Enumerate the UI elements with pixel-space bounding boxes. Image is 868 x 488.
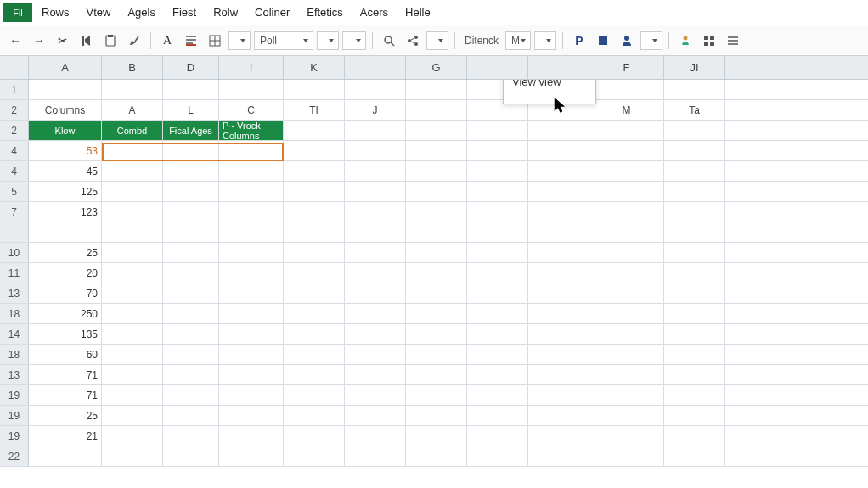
cell[interactable] bbox=[406, 161, 467, 181]
cell[interactable] bbox=[163, 182, 219, 201]
back-icon[interactable]: ← bbox=[5, 31, 25, 51]
cell[interactable] bbox=[284, 161, 345, 181]
cell[interactable] bbox=[589, 304, 664, 323]
select-all-corner[interactable] bbox=[0, 56, 29, 79]
cell[interactable] bbox=[528, 385, 589, 405]
column-header[interactable]: K bbox=[284, 56, 345, 79]
app-button[interactable]: Fil bbox=[3, 3, 32, 22]
row-header[interactable]: 19 bbox=[0, 385, 29, 405]
cell[interactable] bbox=[163, 263, 219, 283]
row-header[interactable]: 18 bbox=[0, 304, 29, 323]
cell[interactable] bbox=[406, 365, 467, 384]
cell[interactable] bbox=[664, 385, 725, 405]
zoom-icon[interactable] bbox=[379, 31, 399, 51]
row-header[interactable]: 11 bbox=[0, 263, 29, 283]
cell[interactable] bbox=[284, 406, 345, 425]
cell[interactable] bbox=[664, 202, 725, 222]
cell[interactable] bbox=[467, 385, 528, 405]
cell[interactable] bbox=[467, 182, 528, 201]
menu-eftetics[interactable]: Eftetics bbox=[299, 3, 351, 21]
cell[interactable]: 71 bbox=[29, 365, 102, 384]
cell[interactable] bbox=[664, 222, 725, 242]
cell[interactable] bbox=[589, 141, 664, 160]
cell[interactable] bbox=[467, 365, 528, 384]
cell[interactable] bbox=[467, 80, 528, 99]
menu-fiest[interactable]: Fiest bbox=[165, 3, 204, 21]
dropdown-2[interactable] bbox=[317, 31, 339, 50]
cell[interactable] bbox=[345, 406, 406, 425]
column-header[interactable]: F bbox=[589, 56, 664, 79]
list-icon[interactable] bbox=[723, 31, 743, 51]
row-header[interactable]: 4 bbox=[0, 161, 29, 181]
cell[interactable] bbox=[664, 345, 725, 364]
cell[interactable] bbox=[163, 161, 219, 181]
cell[interactable] bbox=[102, 283, 163, 303]
cell[interactable] bbox=[664, 365, 725, 384]
cell[interactable] bbox=[528, 121, 589, 140]
cell[interactable] bbox=[467, 100, 528, 120]
cell[interactable] bbox=[406, 202, 467, 222]
cell[interactable]: 70 bbox=[29, 283, 102, 303]
cell[interactable]: 25 bbox=[29, 243, 102, 262]
cell[interactable]: P·- Vrock Columns bbox=[219, 121, 284, 140]
cell[interactable] bbox=[467, 304, 528, 323]
column-header[interactable]: A bbox=[29, 56, 102, 79]
font-letter-icon[interactable]: A bbox=[157, 31, 178, 51]
bold-p-icon[interactable]: P bbox=[569, 31, 589, 51]
cell[interactable] bbox=[284, 121, 345, 140]
row-header[interactable]: 7 bbox=[0, 202, 29, 222]
cell[interactable] bbox=[467, 426, 528, 446]
cell[interactable] bbox=[345, 426, 406, 446]
cell[interactable] bbox=[102, 426, 163, 446]
dropdown-3[interactable] bbox=[342, 31, 366, 50]
paintbrush-icon[interactable] bbox=[124, 31, 144, 51]
scissors-icon[interactable]: ✂ bbox=[53, 31, 73, 51]
cell[interactable] bbox=[664, 406, 725, 425]
row-header[interactable] bbox=[0, 222, 29, 242]
cell[interactable] bbox=[345, 202, 406, 222]
cell[interactable] bbox=[163, 304, 219, 323]
cell[interactable] bbox=[589, 202, 664, 222]
cell[interactable]: 45 bbox=[29, 161, 102, 181]
block-icon[interactable] bbox=[593, 31, 613, 51]
tool-icon-1[interactable] bbox=[76, 31, 97, 51]
cell[interactable] bbox=[528, 263, 589, 283]
ditenck-combo[interactable]: M bbox=[505, 31, 531, 50]
cell[interactable] bbox=[528, 324, 589, 344]
cell[interactable] bbox=[467, 222, 528, 242]
cell[interactable] bbox=[589, 345, 664, 364]
cell[interactable] bbox=[102, 324, 163, 344]
cell[interactable] bbox=[467, 243, 528, 262]
cell[interactable] bbox=[102, 161, 163, 181]
border-icon[interactable] bbox=[205, 31, 225, 51]
cell[interactable] bbox=[467, 324, 528, 344]
dropdown-6[interactable] bbox=[640, 31, 662, 50]
cell[interactable] bbox=[284, 222, 345, 242]
cell[interactable] bbox=[219, 446, 284, 466]
cell[interactable] bbox=[284, 365, 345, 384]
cell[interactable] bbox=[664, 141, 725, 160]
column-header[interactable] bbox=[345, 56, 406, 79]
cell[interactable] bbox=[406, 426, 467, 446]
column-header[interactable] bbox=[467, 56, 528, 79]
dropdown-5[interactable] bbox=[534, 31, 556, 50]
cell[interactable] bbox=[102, 345, 163, 364]
cell[interactable] bbox=[102, 263, 163, 283]
dropdown-small[interactable] bbox=[228, 31, 251, 50]
cell[interactable] bbox=[406, 263, 467, 283]
clipboard-icon[interactable] bbox=[100, 31, 121, 51]
cell[interactable] bbox=[102, 365, 163, 384]
cell[interactable] bbox=[406, 243, 467, 262]
column-header[interactable]: B bbox=[102, 56, 163, 79]
cell[interactable] bbox=[406, 141, 467, 160]
cell[interactable]: 21 bbox=[29, 426, 102, 446]
cell[interactable] bbox=[467, 283, 528, 303]
cell[interactable] bbox=[406, 100, 467, 120]
cell[interactable] bbox=[589, 385, 664, 405]
menu-view[interactable]: Vtew bbox=[79, 3, 119, 21]
cell[interactable] bbox=[102, 141, 163, 160]
align-icon[interactable] bbox=[181, 31, 201, 51]
row-header[interactable]: 19 bbox=[0, 426, 29, 446]
cell[interactable] bbox=[664, 324, 725, 344]
cell[interactable] bbox=[102, 202, 163, 222]
